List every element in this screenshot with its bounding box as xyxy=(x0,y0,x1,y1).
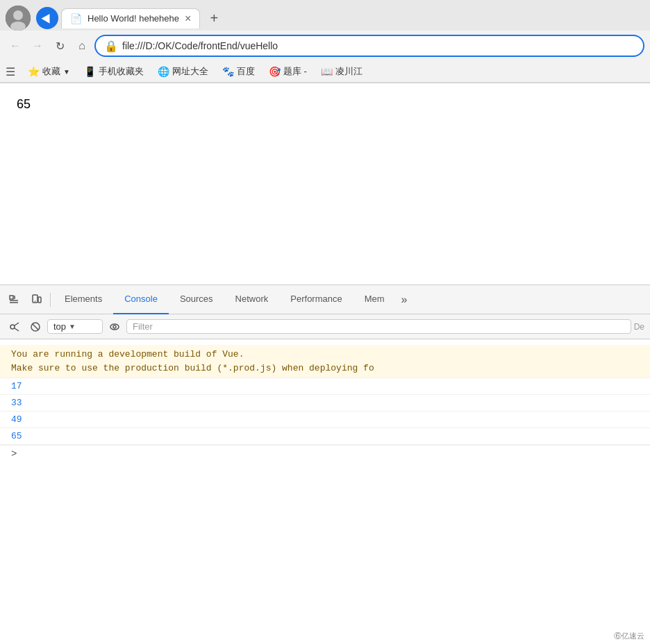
context-value: top xyxy=(53,321,66,332)
console-num-value: 17 xyxy=(11,381,22,391)
star-icon: ⭐ xyxy=(28,66,40,77)
tab-network-label: Network xyxy=(235,294,269,304)
refresh-button[interactable]: ↻ xyxy=(50,36,69,56)
page-content: 65 xyxy=(0,83,650,285)
console-number-17: 17 xyxy=(0,378,650,395)
bookmark-urls[interactable]: 🌐 网址大全 xyxy=(153,64,212,79)
console-prompt: > xyxy=(11,448,17,459)
svg-line-12 xyxy=(15,323,19,325)
devtools-panel: Elements Console Sources Network Perform… xyxy=(0,285,650,562)
bookmark-urls-label: 网址大全 xyxy=(172,65,208,78)
browser-chrome: 📄 Hello World! hehehehe × + ← → ↻ ⌂ 🔒 fi… xyxy=(0,0,650,83)
svg-marker-3 xyxy=(41,12,53,24)
svg-point-1 xyxy=(13,10,23,20)
console-warning-message: You are running a development build of V… xyxy=(0,345,650,378)
tab-close-button[interactable]: × xyxy=(185,13,191,24)
mobile-icon: 📱 xyxy=(84,66,96,77)
svg-rect-4 xyxy=(10,296,13,299)
svg-point-16 xyxy=(110,324,119,330)
tab-performance[interactable]: Performance xyxy=(279,285,353,314)
svg-point-17 xyxy=(113,325,116,328)
tab-elements-label: Elements xyxy=(65,294,102,304)
svg-point-11 xyxy=(10,325,15,329)
console-input-row[interactable]: > xyxy=(0,445,650,462)
bookmarks-toggle[interactable]: ☰ xyxy=(6,65,15,78)
new-tab-button[interactable]: + xyxy=(203,7,225,29)
bookmark-baidu[interactable]: 🐾 百度 xyxy=(218,64,259,79)
svg-rect-9 xyxy=(38,297,41,303)
context-select[interactable]: top ▼ xyxy=(47,319,103,334)
tab-memory[interactable]: Mem xyxy=(353,285,396,314)
console-number-49: 49 xyxy=(0,412,650,428)
home-button[interactable]: ⌂ xyxy=(72,36,92,56)
console-num-value: 49 xyxy=(11,414,22,425)
tab-performance-label: Performance xyxy=(290,294,342,304)
inspect-element-button[interactable] xyxy=(3,289,25,311)
console-warning-text: You are running a development build of V… xyxy=(11,349,374,373)
urls-icon: 🌐 xyxy=(158,66,169,77)
bookmark-mobile-label: 手机收藏夹 xyxy=(99,65,144,78)
bookmark-lingchuan-label: 凌川江 xyxy=(335,65,362,78)
devtools-separator xyxy=(50,293,51,307)
console-toolbar: top ▼ Filter De xyxy=(0,314,650,339)
console-output: You are running a development build of V… xyxy=(0,339,650,562)
baidu-icon: 🐾 xyxy=(222,66,234,77)
console-number-33: 33 xyxy=(0,395,650,412)
bookmark-tiku[interactable]: 🎯 题库 - xyxy=(265,64,311,79)
bookmark-mobile[interactable]: 📱 手机收藏夹 xyxy=(80,64,148,79)
devtools-tabs: Elements Console Sources Network Perform… xyxy=(0,285,650,314)
tab-sources[interactable]: Sources xyxy=(169,285,224,314)
filter-placeholder: Filter xyxy=(133,321,153,332)
tab-elements[interactable]: Elements xyxy=(53,285,113,314)
tiku-icon: 🎯 xyxy=(269,66,281,77)
profile-avatar[interactable] xyxy=(6,6,31,31)
svg-line-15 xyxy=(33,323,39,330)
device-toggle-button[interactable] xyxy=(25,289,47,311)
tab-memory-label: Mem xyxy=(365,294,385,304)
tab-console[interactable]: Console xyxy=(113,285,169,314)
clear-console-button[interactable] xyxy=(6,318,24,336)
secure-icon: 🔒 xyxy=(104,40,118,53)
bookmark-baidu-label: 百度 xyxy=(237,65,255,78)
block-requests-button[interactable] xyxy=(26,318,44,336)
tab-console-label: Console xyxy=(124,294,158,304)
tab-bar: 📄 Hello World! hehehehe × + xyxy=(0,0,650,31)
address-bar-row: ← → ↻ ⌂ 🔒 file:///D:/OK/Code/frontEnd/vu… xyxy=(0,31,650,61)
navigation-icon[interactable] xyxy=(36,7,58,29)
watermark: ⑥亿速云 xyxy=(614,631,644,641)
address-box[interactable]: 🔒 file:///D:/OK/Code/frontEnd/vueHello xyxy=(94,35,644,57)
filter-input[interactable]: Filter xyxy=(126,319,631,334)
default-label: De xyxy=(634,322,644,332)
watermark-text: ⑥亿速云 xyxy=(614,632,644,640)
eye-icon-button[interactable] xyxy=(106,318,124,336)
console-num-value: 65 xyxy=(11,431,22,441)
bookmarks-bar: ☰ ⭐ 收藏 ▼ 📱 手机收藏夹 🌐 网址大全 🐾 百度 🎯 题库 - 📖 凌川… xyxy=(0,61,650,83)
forward-button[interactable]: → xyxy=(28,36,47,56)
address-text: file:///D:/OK/Code/frontEnd/vueHello xyxy=(122,40,635,51)
tab-network[interactable]: Network xyxy=(224,285,280,314)
bookmark-lingchuan[interactable]: 📖 凌川江 xyxy=(317,64,367,79)
lingchuan-icon: 📖 xyxy=(321,66,333,77)
tab-sources-label: Sources xyxy=(180,294,213,304)
svg-line-13 xyxy=(15,328,19,331)
bookmark-tiku-label: 题库 - xyxy=(283,65,307,78)
active-tab[interactable]: 📄 Hello World! hehehehe × xyxy=(61,8,200,28)
back-button[interactable]: ← xyxy=(6,36,25,56)
tab-title: Hello World! hehehehe xyxy=(88,13,179,24)
bookmark-favorites-label: 收藏 xyxy=(42,65,60,78)
page-number: 65 xyxy=(17,97,31,111)
devtools-more-button[interactable]: » xyxy=(396,294,413,306)
console-num-value: 33 xyxy=(11,398,22,408)
console-number-65: 65 xyxy=(0,428,650,445)
bookmark-favorites[interactable]: ⭐ 收藏 ▼ xyxy=(24,64,74,79)
chevron-down-icon: ▼ xyxy=(69,323,76,330)
chevron-down-icon: ▼ xyxy=(63,68,70,76)
tab-favicon: 📄 xyxy=(70,13,82,24)
